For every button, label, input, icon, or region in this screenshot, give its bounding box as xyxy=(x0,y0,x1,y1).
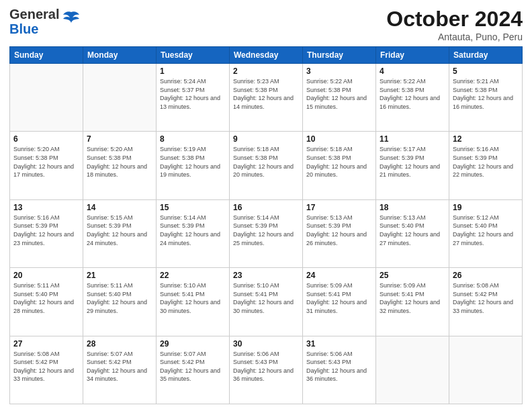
day-info: Sunrise: 5:10 AMSunset: 5:41 PMDaylight:… xyxy=(160,281,226,315)
day-info: Sunrise: 5:18 AMSunset: 5:38 PMDaylight:… xyxy=(306,145,372,179)
calendar-cell: 13Sunrise: 5:16 AMSunset: 5:39 PMDayligh… xyxy=(10,199,83,267)
day-number: 7 xyxy=(87,134,152,144)
day-info: Sunrise: 5:16 AMSunset: 5:39 PMDaylight:… xyxy=(453,145,519,179)
calendar-cell: 26Sunrise: 5:08 AMSunset: 5:42 PMDayligh… xyxy=(449,268,523,336)
calendar-cell: 3Sunrise: 5:22 AMSunset: 5:38 PMDaylight… xyxy=(303,64,376,132)
day-info: Sunrise: 5:18 AMSunset: 5:38 PMDaylight:… xyxy=(233,145,299,179)
day-info: Sunrise: 5:13 AMSunset: 5:40 PMDaylight:… xyxy=(380,214,445,247)
day-number: 3 xyxy=(306,66,372,76)
logo: General Blue xyxy=(9,7,81,36)
calendar-cell: 12Sunrise: 5:16 AMSunset: 5:39 PMDayligh… xyxy=(449,132,523,199)
day-info: Sunrise: 5:22 AMSunset: 5:38 PMDaylight:… xyxy=(380,77,445,111)
calendar-cell: 24Sunrise: 5:09 AMSunset: 5:41 PMDayligh… xyxy=(303,268,376,336)
calendar-day-header: Sunday xyxy=(10,47,83,64)
day-number: 22 xyxy=(160,271,226,280)
week-row: 27Sunrise: 5:08 AMSunset: 5:42 PMDayligh… xyxy=(10,336,523,404)
calendar-cell: 31Sunrise: 5:06 AMSunset: 5:43 PMDayligh… xyxy=(303,336,376,404)
calendar-cell: 4Sunrise: 5:22 AMSunset: 5:38 PMDaylight… xyxy=(376,64,449,132)
calendar-cell xyxy=(83,64,157,132)
day-number: 14 xyxy=(87,203,152,212)
calendar-day-header: Wednesday xyxy=(230,47,303,64)
calendar-cell: 5Sunrise: 5:21 AMSunset: 5:38 PMDaylight… xyxy=(449,64,523,132)
day-number: 29 xyxy=(160,339,226,349)
calendar-cell: 21Sunrise: 5:11 AMSunset: 5:40 PMDayligh… xyxy=(83,268,157,336)
day-info: Sunrise: 5:06 AMSunset: 5:43 PMDaylight:… xyxy=(233,350,299,383)
calendar-cell: 25Sunrise: 5:09 AMSunset: 5:41 PMDayligh… xyxy=(376,268,449,336)
day-info: Sunrise: 5:11 AMSunset: 5:40 PMDaylight:… xyxy=(13,281,79,315)
day-info: Sunrise: 5:23 AMSunset: 5:38 PMDaylight:… xyxy=(233,77,299,111)
day-number: 19 xyxy=(453,203,519,212)
calendar-cell: 27Sunrise: 5:08 AMSunset: 5:42 PMDayligh… xyxy=(10,336,83,404)
calendar-cell: 16Sunrise: 5:14 AMSunset: 5:39 PMDayligh… xyxy=(230,199,303,267)
title-area: October 2024 Antauta, Puno, Peru xyxy=(386,7,523,42)
day-info: Sunrise: 5:16 AMSunset: 5:39 PMDaylight:… xyxy=(13,214,79,247)
day-info: Sunrise: 5:14 AMSunset: 5:39 PMDaylight:… xyxy=(160,214,226,247)
day-number: 10 xyxy=(306,134,372,144)
calendar-day-header: Monday xyxy=(83,47,157,64)
calendar-cell: 22Sunrise: 5:10 AMSunset: 5:41 PMDayligh… xyxy=(157,268,230,336)
day-info: Sunrise: 5:20 AMSunset: 5:38 PMDaylight:… xyxy=(87,145,152,179)
week-row: 6Sunrise: 5:20 AMSunset: 5:38 PMDaylight… xyxy=(10,132,523,199)
calendar-day-header: Friday xyxy=(376,47,449,64)
day-number: 16 xyxy=(233,203,299,212)
logo-general: General xyxy=(9,7,59,21)
calendar-cell xyxy=(376,336,449,404)
day-info: Sunrise: 5:22 AMSunset: 5:38 PMDaylight:… xyxy=(306,77,372,111)
calendar-cell: 1Sunrise: 5:24 AMSunset: 5:37 PMDaylight… xyxy=(157,64,230,132)
day-number: 13 xyxy=(13,203,79,212)
page-subtitle: Antauta, Puno, Peru xyxy=(386,32,523,42)
logo-blue: Blue xyxy=(9,21,38,36)
day-number: 18 xyxy=(380,203,445,212)
calendar-table: SundayMondayTuesdayWednesdayThursdayFrid… xyxy=(9,46,523,404)
day-info: Sunrise: 5:12 AMSunset: 5:40 PMDaylight:… xyxy=(453,214,519,247)
calendar-cell: 23Sunrise: 5:10 AMSunset: 5:41 PMDayligh… xyxy=(230,268,303,336)
calendar-day-header: Thursday xyxy=(303,47,376,64)
day-number: 12 xyxy=(453,134,519,144)
day-number: 31 xyxy=(306,339,372,349)
day-info: Sunrise: 5:15 AMSunset: 5:39 PMDaylight:… xyxy=(87,214,152,247)
day-number: 21 xyxy=(87,271,152,280)
calendar-cell: 20Sunrise: 5:11 AMSunset: 5:40 PMDayligh… xyxy=(10,268,83,336)
logo-bird-icon xyxy=(62,9,81,28)
calendar-cell: 11Sunrise: 5:17 AMSunset: 5:39 PMDayligh… xyxy=(376,132,449,199)
day-number: 30 xyxy=(233,339,299,349)
day-number: 6 xyxy=(13,134,79,144)
week-row: 13Sunrise: 5:16 AMSunset: 5:39 PMDayligh… xyxy=(10,199,523,267)
calendar-cell xyxy=(449,336,523,404)
calendar-cell xyxy=(10,64,83,132)
day-info: Sunrise: 5:09 AMSunset: 5:41 PMDaylight:… xyxy=(380,281,445,315)
day-info: Sunrise: 5:19 AMSunset: 5:38 PMDaylight:… xyxy=(160,145,226,179)
day-number: 5 xyxy=(453,66,519,76)
day-number: 27 xyxy=(13,339,79,349)
calendar-cell: 29Sunrise: 5:07 AMSunset: 5:42 PMDayligh… xyxy=(157,336,230,404)
calendar-cell: 17Sunrise: 5:13 AMSunset: 5:39 PMDayligh… xyxy=(303,199,376,267)
day-number: 15 xyxy=(160,203,226,212)
day-number: 11 xyxy=(380,134,445,144)
day-number: 17 xyxy=(306,203,372,212)
day-number: 8 xyxy=(160,134,226,144)
day-number: 2 xyxy=(233,66,299,76)
week-row: 20Sunrise: 5:11 AMSunset: 5:40 PMDayligh… xyxy=(10,268,523,336)
calendar-cell: 18Sunrise: 5:13 AMSunset: 5:40 PMDayligh… xyxy=(376,199,449,267)
day-number: 9 xyxy=(233,134,299,144)
calendar-header-row: SundayMondayTuesdayWednesdayThursdayFrid… xyxy=(10,47,523,64)
calendar-cell: 7Sunrise: 5:20 AMSunset: 5:38 PMDaylight… xyxy=(83,132,157,199)
day-info: Sunrise: 5:10 AMSunset: 5:41 PMDaylight:… xyxy=(233,281,299,315)
calendar-cell: 14Sunrise: 5:15 AMSunset: 5:39 PMDayligh… xyxy=(83,199,157,267)
page: General Blue October 2024 Antauta, Puno,… xyxy=(0,0,532,411)
calendar-cell: 15Sunrise: 5:14 AMSunset: 5:39 PMDayligh… xyxy=(157,199,230,267)
calendar-cell: 8Sunrise: 5:19 AMSunset: 5:38 PMDaylight… xyxy=(157,132,230,199)
calendar-day-header: Tuesday xyxy=(157,47,230,64)
day-info: Sunrise: 5:14 AMSunset: 5:39 PMDaylight:… xyxy=(233,214,299,247)
calendar-cell: 6Sunrise: 5:20 AMSunset: 5:38 PMDaylight… xyxy=(10,132,83,199)
page-title: October 2024 xyxy=(386,7,523,32)
day-info: Sunrise: 5:07 AMSunset: 5:42 PMDaylight:… xyxy=(160,350,226,383)
day-info: Sunrise: 5:11 AMSunset: 5:40 PMDaylight:… xyxy=(87,281,152,315)
day-number: 23 xyxy=(233,271,299,280)
calendar-cell: 2Sunrise: 5:23 AMSunset: 5:38 PMDaylight… xyxy=(230,64,303,132)
day-info: Sunrise: 5:08 AMSunset: 5:42 PMDaylight:… xyxy=(453,281,519,315)
calendar-cell: 19Sunrise: 5:12 AMSunset: 5:40 PMDayligh… xyxy=(449,199,523,267)
week-row: 1Sunrise: 5:24 AMSunset: 5:37 PMDaylight… xyxy=(10,64,523,132)
day-info: Sunrise: 5:06 AMSunset: 5:43 PMDaylight:… xyxy=(306,350,372,383)
day-info: Sunrise: 5:24 AMSunset: 5:37 PMDaylight:… xyxy=(160,77,226,111)
